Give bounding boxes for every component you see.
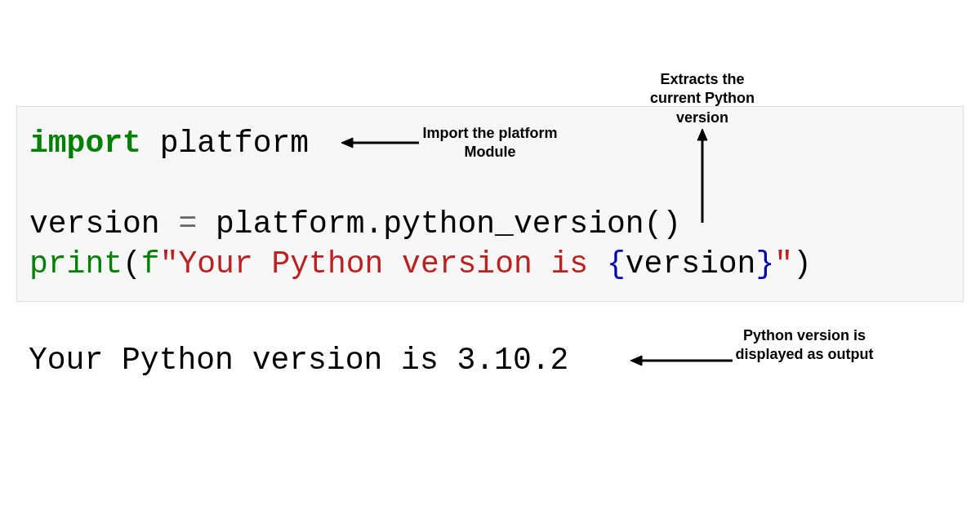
builtin-print: print	[29, 246, 122, 281]
code-line-2: version = platform.python_version()	[29, 204, 951, 244]
var-name: version	[29, 206, 178, 241]
annotation-import: Import the platform Module	[421, 124, 559, 162]
quote-close: "	[774, 246, 793, 281]
brace-open: {	[607, 246, 626, 281]
brace-close: }	[755, 246, 774, 281]
annotation-output: Python version is displayed as output	[735, 326, 874, 365]
keyword-import: import	[29, 126, 141, 161]
module-name: platform	[141, 126, 309, 161]
arrow-left-icon-2	[630, 352, 733, 369]
arrow-left-icon	[341, 135, 419, 151]
svg-marker-1	[341, 138, 353, 148]
string-part-1: Your Python version is	[178, 246, 607, 281]
annotation-extracts: Extracts the current Python version	[645, 70, 760, 127]
expression: platform.python_version()	[197, 206, 681, 241]
interp-var: version	[626, 246, 756, 281]
blank-line	[29, 163, 951, 203]
svg-marker-5	[630, 356, 642, 366]
equals-op: =	[178, 206, 197, 241]
paren-open: (	[122, 246, 141, 281]
quote-open: "	[160, 246, 179, 281]
paren-close: )	[793, 246, 812, 281]
f-prefix: f	[141, 246, 160, 281]
output-text: Your Python version is 3.10.2	[29, 343, 568, 378]
svg-marker-3	[697, 129, 707, 140]
code-line-3: print(f"Your Python version is {version}…	[29, 244, 951, 284]
arrow-down-icon	[694, 129, 710, 223]
